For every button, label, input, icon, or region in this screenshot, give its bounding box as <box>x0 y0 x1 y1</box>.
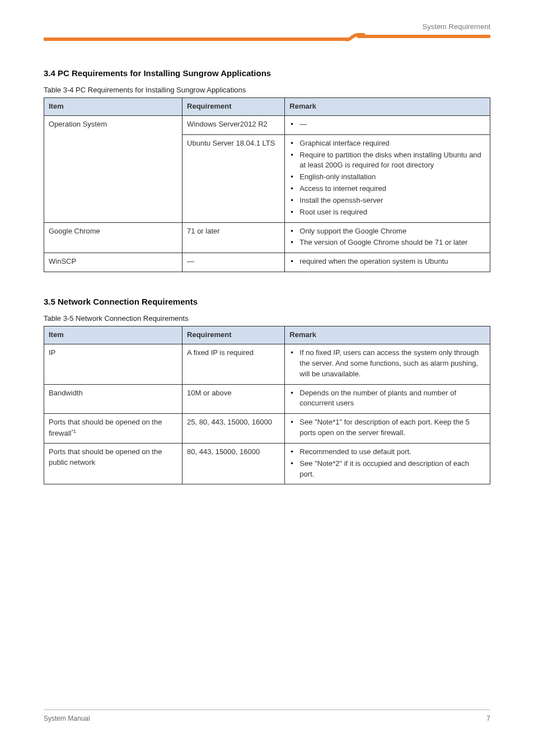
cell-item: Ports that should be opened on the firew… <box>44 414 182 444</box>
cell-item: Google Chrome <box>44 222 182 253</box>
table-row: WinSCP — required when the operation sys… <box>44 253 490 272</box>
cell-req: 71 or later <box>182 222 285 253</box>
cell-item: Bandwidth <box>44 384 182 414</box>
header-section-title: System Requirement <box>423 22 490 31</box>
col-requirement: Requirement <box>182 326 285 344</box>
cell-req: 80, 443, 15000, 16000 <box>182 443 285 484</box>
list-item: Require to partition the disks when inst… <box>289 150 485 171</box>
table-row: Ports that should be opened on the publi… <box>44 443 490 484</box>
col-item: Item <box>44 98 182 116</box>
col-remark: Remark <box>285 98 490 116</box>
list-item: Recommended to use default port. <box>289 447 485 458</box>
header-rule-left <box>44 38 349 41</box>
table-row: Google Chrome 71 or later Only support t… <box>44 222 490 253</box>
cell-remark: Depends on the number of plants and numb… <box>285 384 490 414</box>
table-3-5: Item Requirement Remark IP A fixed IP is… <box>44 326 490 484</box>
table-row: Ports that should be opened on the firew… <box>44 414 490 444</box>
table-header-row: Item Requirement Remark <box>44 326 490 344</box>
table-caption-3-4: Table 3-4 PC Requirements for Installing… <box>44 86 490 94</box>
footer-left: System Manual <box>44 715 90 722</box>
cell-item: Ports that should be opened on the publi… <box>44 443 182 484</box>
list-item: required when the operation system is Ub… <box>289 256 485 267</box>
col-requirement: Requirement <box>182 98 285 116</box>
cell-remark: Graphical interface required Require to … <box>285 134 490 222</box>
col-remark: Remark <box>285 326 490 344</box>
cell-remark: required when the operation system is Ub… <box>285 253 490 272</box>
cell-req: — <box>182 253 285 272</box>
list-item: Access to internet required <box>289 184 485 194</box>
cell-remark: Recommended to use default port. See "No… <box>285 443 490 484</box>
list-item: Only support the Google Chrome <box>289 226 485 237</box>
list-item: Depends on the number of plants and numb… <box>289 388 485 409</box>
cell-item: WinSCP <box>44 253 182 272</box>
cell-item: Operation System <box>44 115 182 222</box>
table-3-4: Item Requirement Remark Operation System… <box>44 97 490 272</box>
cell-remark: If no fixed IP, users can access the sys… <box>285 344 490 384</box>
cell-req: A fixed IP is required <box>182 344 285 384</box>
section-heading-3-4: 3.4 PC Requirements for Installing Sungr… <box>44 68 490 78</box>
page-footer: System Manual 7 <box>44 710 490 722</box>
list-item: English-only installation <box>289 172 485 183</box>
list-item: Graphical interface required <box>289 138 485 149</box>
cell-req: Ubuntu Server 18.04.1 LTS <box>182 134 285 222</box>
section-heading-3-5: 3.5 Network Connection Requirements <box>44 297 490 306</box>
table-row: Operation System Windows Server2012 R2 — <box>44 115 490 134</box>
header-rule-right <box>357 35 490 38</box>
cell-remark: Only support the Google Chrome The versi… <box>285 222 490 253</box>
table-row: Bandwidth 10M or above Depends on the nu… <box>44 384 490 414</box>
list-item: — <box>289 119 485 130</box>
cell-req: 10M or above <box>182 384 285 414</box>
list-item: See "Note*2" if it is occupied and descr… <box>289 459 485 480</box>
cell-remark: — <box>285 115 490 134</box>
table-header-row: Item Requirement Remark <box>44 98 490 116</box>
table-row: IP A fixed IP is required If no fixed IP… <box>44 344 490 384</box>
page-content: 3.4 PC Requirements for Installing Sungr… <box>0 68 534 484</box>
cell-req: 25, 80, 443, 15000, 16000 <box>182 414 285 444</box>
list-item: The version of Google Chrome should be 7… <box>289 237 485 248</box>
list-item: Install the openssh-server <box>289 195 485 206</box>
table-caption-3-5: Table 3-5 Network Connection Requirement… <box>44 314 490 323</box>
list-item: See "Note*1" for description of each por… <box>289 417 485 438</box>
header-bar: System Requirement <box>0 0 534 46</box>
col-item: Item <box>44 326 182 344</box>
cell-req: Windows Server2012 R2 <box>182 115 285 134</box>
cell-remark: See "Note*1" for description of each por… <box>285 414 490 444</box>
footer-page-number: 7 <box>486 715 490 722</box>
list-item: Root user is required <box>289 207 485 218</box>
cell-item: IP <box>44 344 182 384</box>
list-item: If no fixed IP, users can access the sys… <box>289 348 485 380</box>
